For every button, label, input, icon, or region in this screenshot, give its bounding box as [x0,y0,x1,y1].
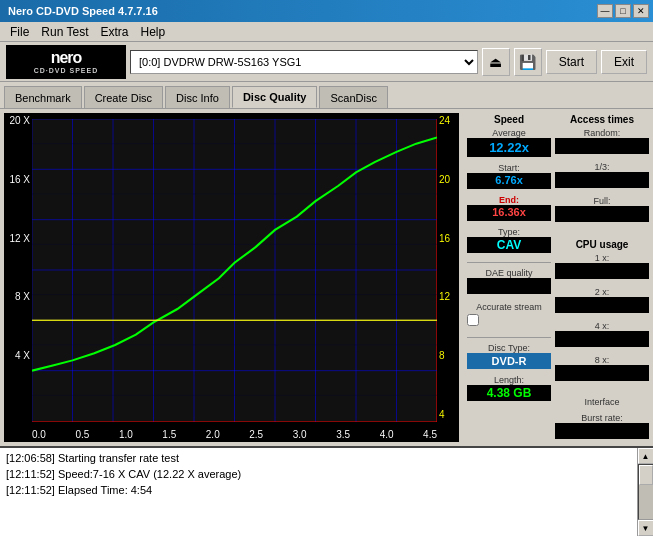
log-entry-1: [12:06:58] Starting transfer rate test [6,450,631,466]
cpu-4x-label: 4 x: [555,321,649,331]
menu-file[interactable]: File [4,24,35,40]
start-label: Start: [467,163,551,173]
yr-20: 20 [439,174,450,185]
scroll-up-button[interactable]: ▲ [638,448,654,464]
start-button[interactable]: Start [546,50,597,74]
x-4.0: 4.0 [380,429,394,440]
random-label: Random: [555,128,649,138]
y-label-8: 8 X [15,291,30,302]
accurate-checkbox[interactable] [467,314,479,326]
scroll-thumb[interactable] [639,465,653,485]
divider1 [467,262,551,263]
save-button[interactable]: 💾 [514,48,542,76]
x-0.5: 0.5 [75,429,89,440]
tab-disc-quality[interactable]: Disc Quality [232,86,318,108]
length-section: Length: 4.38 GB [467,375,551,401]
tab-scan-disc[interactable]: ScanDisc [319,86,387,108]
burst-value [555,423,649,439]
cpu-2x-label: 2 x: [555,287,649,297]
accurate-section: Accurate stream [467,302,551,328]
divider2 [467,337,551,338]
yr-12: 12 [439,291,450,302]
log-scrollbar: ▲ ▼ [637,448,653,536]
average-label: Average [467,128,551,138]
access-column: Access times Random: 1/3: Full: CPU usag… [555,113,649,442]
drive-selector[interactable]: [0:0] DVDRW DRW-5S163 YSG1 [130,50,478,74]
log-text-area: [12:06:58] Starting transfer rate test [… [0,448,637,536]
toolbar: nero CD·DVD SPEED [0:0] DVDRW DRW-5S163 … [0,42,653,82]
x-0.0: 0.0 [32,429,46,440]
titlebar: Nero CD-DVD Speed 4.7.7.16 — □ ✕ [0,0,653,22]
type-label: Type: [467,227,551,237]
y-label-12: 12 X [9,233,30,244]
tabs-bar: Benchmark Create Disc Disc Info Disc Qua… [0,82,653,108]
end-section: End: 16.36x [467,195,551,221]
scroll-down-button[interactable]: ▼ [638,520,654,536]
average-value: 12.22x [467,138,551,157]
log-content: [12:06:58] Starting transfer rate test [… [0,448,653,536]
x-2.0: 2.0 [206,429,220,440]
chart-container: 20 X 16 X 12 X 8 X 4 X 0 [4,113,459,442]
cpu-1x-label: 1 x: [555,253,649,263]
minimize-button[interactable]: — [597,4,613,18]
access-header: Access times [555,113,649,126]
chart-svg [32,119,437,422]
yr-24: 24 [439,115,450,126]
cpu-1x-section: 1 x: [555,253,649,281]
y-label-16: 16 X [9,174,30,185]
maximize-button[interactable]: □ [615,4,631,18]
cpu-2x-section: 2 x: [555,287,649,315]
accurate-label: Accurate stream [467,302,551,312]
one-third-section: 1/3: [555,162,649,190]
accurate-checkbox-row [467,312,551,328]
y-axis-left: 20 X 16 X 12 X 8 X 4 X 0 [4,113,32,422]
log-entry-3: [12:11:52] Elapsed Time: 4:54 [6,482,631,498]
stats-column: Speed Average 12.22x Start: 6.76x End: 1… [467,113,551,442]
cpu-8x-section: 8 x: [555,355,649,383]
cpu-8x-value [555,365,649,381]
length-value: 4.38 GB [467,385,551,401]
nero-logo-text: nero [51,49,82,67]
menu-help[interactable]: Help [135,24,172,40]
end-value: 16.36x [467,205,551,221]
tab-disc-info[interactable]: Disc Info [165,86,230,108]
dae-label: DAE quality [467,268,551,278]
tab-create-disc[interactable]: Create Disc [84,86,163,108]
full-label: Full: [555,196,649,206]
dae-section: DAE quality [467,268,551,296]
interface-section: Interface [555,397,649,407]
log-area: [12:06:58] Starting transfer rate test [… [0,446,653,536]
random-section: Random: [555,128,649,156]
menu-extra[interactable]: Extra [94,24,134,40]
end-label: End: [467,195,551,205]
x-1.5: 1.5 [162,429,176,440]
eject-button[interactable]: ⏏ [482,48,510,76]
cpu-4x-section: 4 x: [555,321,649,349]
x-3.5: 3.5 [336,429,350,440]
x-3.0: 3.0 [293,429,307,440]
scroll-track [638,464,654,520]
x-4.5: 4.5 [423,429,437,440]
x-axis: 0.0 0.5 1.0 1.5 2.0 2.5 3.0 3.5 4.0 4.5 [32,429,437,440]
menu-run-test[interactable]: Run Test [35,24,94,40]
window-controls: — □ ✕ [597,4,649,18]
average-section: Average 12.22x [467,128,551,157]
disc-type-section: Disc Type: DVD-R [467,343,551,369]
random-value [555,138,649,154]
yr-4: 4 [439,409,445,420]
dae-value-bar [467,278,551,294]
yr-8: 8 [439,350,445,361]
type-value: CAV [467,237,551,253]
exit-button[interactable]: Exit [601,50,647,74]
burst-section: Burst rate: [555,413,649,441]
yr-16: 16 [439,233,450,244]
cpu-4x-value [555,331,649,347]
cpu-2x-value [555,297,649,313]
tab-benchmark[interactable]: Benchmark [4,86,82,108]
start-value: 6.76x [467,173,551,189]
close-button[interactable]: ✕ [633,4,649,18]
full-value [555,206,649,222]
y-axis-right: 24 20 16 12 8 4 [437,113,459,422]
one-third-value [555,172,649,188]
main-content: 20 X 16 X 12 X 8 X 4 X 0 [0,108,653,446]
